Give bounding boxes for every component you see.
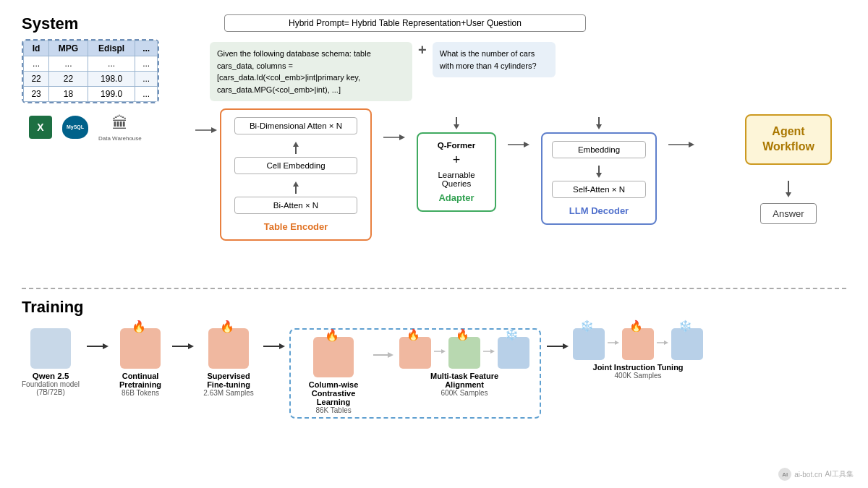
fire-icon-column: 🔥 [325,328,339,342]
qwen-sublabel: Foundation model(7B/72B) [22,380,80,396]
column-box [313,337,354,377]
snowflake-icon-mt3: ❄️ [505,328,519,341]
q-former-label: Q-Former [427,141,486,150]
table-encoder-box: Bi-Dimensional Atten × N Cell Embedding [220,108,372,241]
joint-box-3 [671,328,703,360]
watermark-domain: ai-bot.cn [794,471,822,479]
svg-marker-21 [563,343,569,349]
agent-workflow-box: AgentWorkflow [745,114,832,165]
fire-icon-supervised: 🔥 [220,320,234,333]
bi-atten-box: Bi-Atten × N [234,197,357,214]
svg-marker-17 [441,349,446,354]
multitask-label: Multi-task Feature Alignment [410,372,519,389]
svg-marker-15 [388,352,393,358]
excel-icon-group: X [29,116,52,139]
supervised-label: Supervised Fine-tuning [200,372,258,389]
flow-arrow-mt1 [434,347,446,356]
prompt-right-text: What is the number of cars with more tha… [440,49,537,70]
prompt-left-box: Given the following database schema: tab… [210,42,412,101]
continual-label: Continual Pretraining [114,372,166,389]
cell-embedding-box: Cell Embedding [234,157,357,174]
mysql-icon: MySQL [62,116,88,139]
prompt-left-text: Given the following database schema: tab… [217,49,371,94]
table-row: ... ... ... ... [24,56,158,72]
supervised-box [208,328,249,369]
dashed-group-box: 🔥 Column-wise Contrastive Learning 86K T… [289,328,541,419]
table-row: 22 22 198.0 ... [24,72,158,87]
qwen-label: Qwen 2.5 [33,372,69,380]
col-header-dots: ... [135,41,158,56]
system-panel: System Id MPG Edispl ... ... [22,14,181,281]
svg-marker-13 [279,343,285,349]
flow-arrow-4 [373,348,393,361]
answer-label: Answer [773,208,804,219]
multitask-box-3 [498,337,529,369]
table-encoder-label: Table Encoder [230,221,362,232]
training-title: Training [22,298,846,317]
flow-arrow-2 [172,340,194,353]
answer-box: Answer [760,203,816,224]
table-row: 23 18 199.0 ... [24,87,158,102]
fire-icon-mt1: 🔥 [407,328,420,341]
agent-workflow-label: AgentWorkflow [762,125,814,153]
adapter-plus: + [427,153,486,168]
arch-panel: Hybrid Prompt= Hybrid Table Representati… [181,14,731,281]
hybrid-prompt-bar: Hybrid Prompt= Hybrid Table Representati… [224,14,586,32]
db-icons: X MySQL 🏛 Data Warehouse [22,112,174,142]
bi-dim-label: Bi-Dimensional Atten × N [250,121,342,130]
flow-arrow-mt2 [483,347,495,356]
fire-icon-continual: 🔥 [132,320,146,333]
multitask-box-1 [399,337,431,369]
llm-decoder-box: Embedding Self-Atten × N LLM Decoder [541,132,657,225]
svg-marker-25 [664,341,668,345]
supervised-sub: 2.63M Samples [203,389,253,397]
joint-label: Joint Instruction Tuning [593,363,684,372]
flow-arrow-3 [263,340,285,353]
bi-dim-atten-box: Bi-Dimensional Atten × N [234,117,357,134]
column-sub: 86K Tables [315,406,351,414]
embedding-box: Embedding [552,141,646,158]
adapter-box: Q-Former + Learnable Queries Adapter [417,132,496,212]
mysql-icon-group: MySQL [62,116,88,139]
fire-icon-mt2: 🔥 [456,328,469,341]
svg-marker-7 [689,142,694,147]
joint-group: ❄️ 🔥 ❄️ [573,328,703,380]
col-header-mpg: MPG [49,41,88,56]
column-label: Column-wise Contrastive Learning [301,380,366,406]
svg-marker-1 [211,127,217,133]
svg-marker-19 [490,349,495,354]
plus-connector: + [418,42,427,59]
warehouse-icon-group: 🏛 Data Warehouse [98,112,142,142]
continual-sub: 86B Tokens [122,389,159,397]
snowflake-icon-j3: ❄️ [678,320,692,333]
warehouse-icon: 🏛 [109,112,132,135]
bi-atten-label: Bi-Atten × N [273,201,318,210]
bottom-section: Training Qwen 2.5 Foundation model(7B/72… [22,289,846,419]
warehouse-label: Data Warehouse [98,135,142,142]
embedding-label: Embedding [578,145,620,154]
watermark-icon: AI [778,468,791,481]
flow-arrow-5 [547,340,569,353]
top-section: System Id MPG Edispl ... ... [22,14,846,289]
flow-arrow-j1 [608,338,619,347]
llm-label: LLM Decoder [551,205,647,216]
svg-marker-3 [399,134,405,140]
joint-box-2 [622,328,654,360]
cell-embedding-label: Cell Embedding [266,161,325,170]
flow-arrow-1 [87,340,109,353]
col-header-edispl: Edispl [88,41,135,56]
main-container: System Id MPG Edispl ... ... [0,0,868,488]
prompt-right-box: What is the number of cars with more tha… [433,42,556,77]
svg-marker-23 [615,341,619,345]
svg-marker-11 [188,343,194,349]
snowflake-icon-j1: ❄️ [580,320,594,333]
multitask-box-2 [448,337,480,369]
col-header-id: Id [24,41,49,56]
fire-icon-j2: 🔥 [629,320,643,333]
continual-box [120,328,161,369]
right-panel: AgentWorkflow Answer [731,14,846,281]
flow-arrow-j2 [657,338,668,347]
self-atten-box: Self-Atten × N [552,181,646,198]
excel-icon: X [29,116,52,139]
qwen-box [30,328,71,369]
